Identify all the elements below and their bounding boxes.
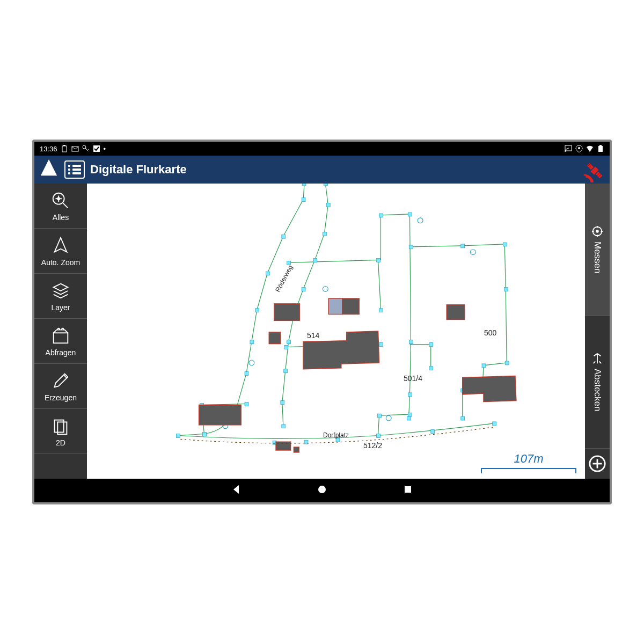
- mail-icon: [71, 145, 79, 152]
- svg-point-91: [596, 230, 599, 233]
- svg-rect-87: [199, 405, 241, 425]
- svg-rect-1: [63, 145, 65, 146]
- parcel-label: 514: [307, 331, 319, 340]
- location-icon: [575, 145, 583, 152]
- map-canvas[interactable]: 514 500 501/4 512/2 Röderweg Dorfplatz 1…: [87, 184, 585, 479]
- wifi-icon: [586, 145, 594, 152]
- svg-rect-53: [461, 244, 465, 248]
- main-area: Alles Auto. Zoom Layer Abfragen Erzeugen…: [34, 184, 610, 479]
- svg-rect-41: [287, 340, 291, 344]
- tab-abstecken[interactable]: Abstecken: [585, 316, 610, 449]
- svg-rect-57: [482, 364, 486, 368]
- svg-rect-48: [408, 213, 412, 216]
- scale-value: 107m: [514, 452, 543, 465]
- svg-rect-64: [429, 367, 433, 370]
- tablet-frame: 13:36 • Digitale Flurkarte: [32, 140, 612, 504]
- svg-rect-34: [176, 434, 180, 438]
- svg-rect-52: [409, 245, 413, 249]
- svg-rect-31: [245, 372, 248, 376]
- tool-create-label: Erzeugen: [45, 393, 77, 402]
- svg-rect-84: [342, 298, 359, 314]
- satellite-status-icon[interactable]: [583, 159, 606, 185]
- svg-rect-60: [461, 416, 465, 420]
- svg-point-80: [386, 415, 391, 421]
- tool-2d-label: 2D: [56, 438, 65, 447]
- svg-rect-56: [505, 361, 509, 365]
- svg-rect-75: [493, 422, 496, 426]
- parcel-label: 501/4: [404, 374, 422, 383]
- svg-rect-67: [408, 413, 412, 416]
- svg-rect-50: [408, 393, 412, 397]
- android-navbar: [34, 479, 610, 502]
- tab-messen[interactable]: Messen: [585, 184, 610, 316]
- nav-back-button[interactable]: [231, 484, 241, 497]
- list-view-icon[interactable]: [64, 160, 85, 179]
- svg-rect-62: [379, 343, 383, 347]
- svg-rect-61: [284, 346, 288, 349]
- svg-rect-65: [377, 434, 380, 438]
- right-toolbar: Messen Abstecken: [585, 184, 610, 479]
- battery-full-icon: [597, 145, 604, 152]
- svg-rect-0: [62, 146, 67, 152]
- svg-point-77: [470, 250, 475, 255]
- tool-create[interactable]: Erzeugen: [34, 364, 87, 409]
- svg-rect-51: [407, 416, 411, 420]
- nav-recent-button[interactable]: [402, 484, 413, 497]
- svg-point-76: [418, 218, 423, 223]
- statusbar-time: 13:36: [40, 145, 57, 153]
- nav-home-button[interactable]: [317, 484, 327, 497]
- svg-rect-25: [302, 184, 306, 186]
- left-toolbar: Alles Auto. Zoom Layer Abfragen Erzeugen…: [34, 184, 87, 479]
- cast-icon: [565, 145, 572, 152]
- svg-rect-63: [429, 343, 433, 347]
- svg-rect-70: [245, 402, 248, 406]
- svg-line-17: [63, 202, 68, 208]
- tab-messen-label: Messen: [592, 241, 603, 274]
- svg-rect-47: [379, 214, 383, 217]
- check-icon: [93, 145, 100, 152]
- svg-rect-7: [598, 146, 603, 152]
- tool-layer[interactable]: Layer: [34, 274, 87, 319]
- svg-rect-28: [266, 272, 269, 275]
- battery-icon: [61, 145, 68, 152]
- svg-rect-89: [294, 447, 299, 452]
- parcel-label: 512/2: [363, 441, 382, 450]
- app-header: Digitale Flurkarte: [34, 156, 610, 184]
- svg-rect-30: [250, 340, 254, 344]
- app-logo-icon[interactable]: [39, 158, 59, 181]
- page-title: Digitale Flurkarte: [90, 163, 187, 177]
- tool-query[interactable]: Abfragen: [34, 319, 87, 364]
- tool-auto-zoom[interactable]: Auto. Zoom: [34, 229, 87, 274]
- tool-zoom-all-label: Alles: [53, 213, 69, 222]
- svg-point-99: [318, 486, 326, 493]
- svg-rect-86: [447, 305, 464, 320]
- svg-rect-36: [326, 203, 330, 207]
- svg-rect-35: [324, 184, 327, 186]
- tool-2d[interactable]: 2D: [34, 409, 87, 454]
- svg-rect-43: [281, 401, 284, 405]
- svg-rect-38: [313, 258, 317, 262]
- svg-rect-21: [54, 333, 68, 343]
- svg-rect-83: [328, 298, 342, 314]
- dot-icon: •: [104, 145, 106, 153]
- svg-rect-4: [93, 145, 100, 152]
- svg-rect-37: [323, 232, 326, 236]
- svg-rect-49: [409, 340, 413, 344]
- svg-rect-82: [274, 304, 299, 320]
- svg-rect-8: [599, 145, 602, 146]
- svg-rect-54: [503, 243, 507, 246]
- tool-query-label: Abfragen: [46, 348, 76, 357]
- tool-layer-label: Layer: [51, 303, 70, 312]
- scale-bar: 107m: [481, 452, 576, 473]
- svg-rect-46: [379, 309, 383, 312]
- svg-rect-27: [282, 235, 286, 238]
- svg-point-78: [323, 287, 328, 292]
- svg-rect-74: [431, 430, 435, 434]
- svg-rect-42: [284, 369, 288, 373]
- tool-zoom-all[interactable]: Alles: [34, 184, 87, 229]
- svg-rect-85: [269, 332, 281, 344]
- svg-rect-29: [255, 309, 259, 312]
- key-icon: [82, 145, 90, 152]
- add-button[interactable]: [585, 449, 610, 479]
- svg-rect-55: [504, 287, 508, 291]
